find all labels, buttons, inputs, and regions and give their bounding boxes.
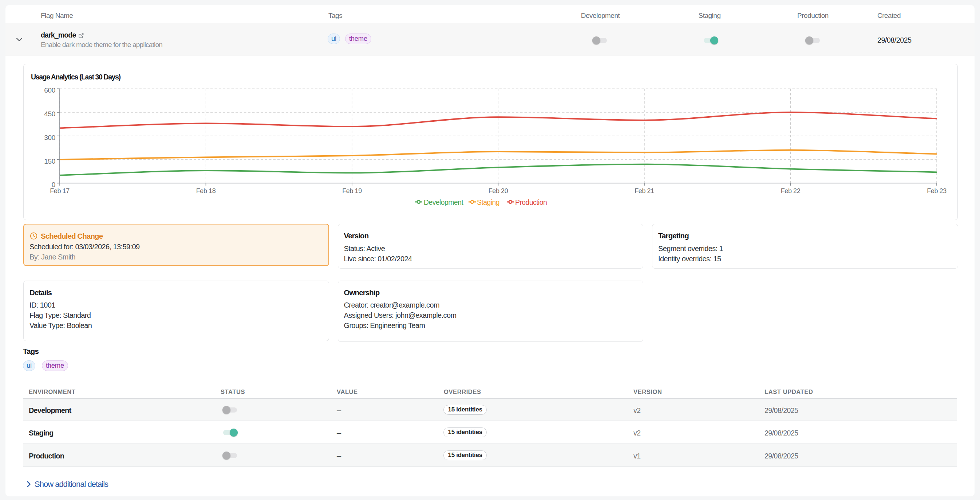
svg-text:300: 300 <box>44 134 55 141</box>
svg-text:450: 450 <box>44 110 55 118</box>
svg-text:Feb 22: Feb 22 <box>781 187 800 195</box>
svg-text:150: 150 <box>44 157 55 165</box>
svg-text:Feb 20: Feb 20 <box>488 187 508 195</box>
svg-text:600: 600 <box>44 86 55 94</box>
svg-text:Feb 17: Feb 17 <box>50 187 70 195</box>
svg-text:Feb 19: Feb 19 <box>342 187 362 195</box>
svg-text:Feb 18: Feb 18 <box>196 187 216 195</box>
svg-text:Feb 21: Feb 21 <box>635 187 654 195</box>
svg-text:Feb 23: Feb 23 <box>927 187 947 195</box>
